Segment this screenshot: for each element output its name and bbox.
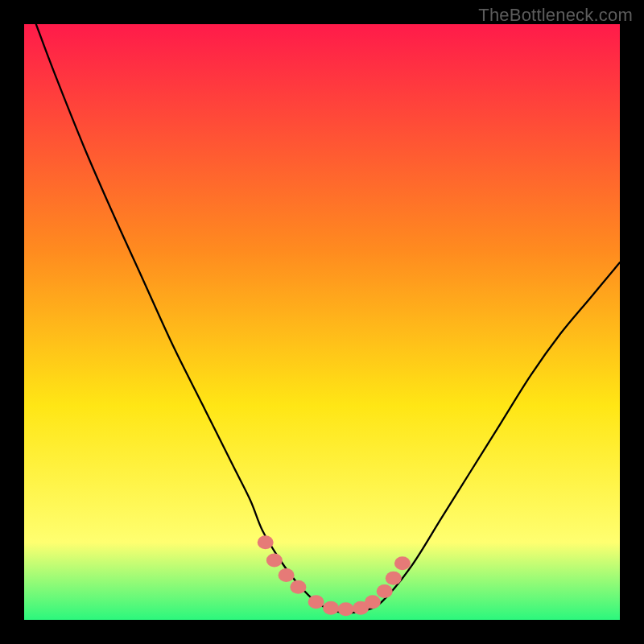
marker-dot [377,584,393,598]
gradient-background [24,24,620,620]
marker-dot [323,601,339,615]
marker-dot [266,554,283,568]
marker-dot [308,595,324,609]
chart-frame: TheBottleneck.com [0,0,644,644]
marker-dot [290,580,306,594]
marker-dot [394,556,411,570]
bottleneck-chart [24,24,620,620]
marker-dot [279,568,295,582]
marker-dot [386,572,402,585]
marker-dot [338,602,354,616]
marker-dot [258,535,274,549]
marker-dot [365,595,381,609]
watermark-text: TheBottleneck.com [478,5,633,26]
